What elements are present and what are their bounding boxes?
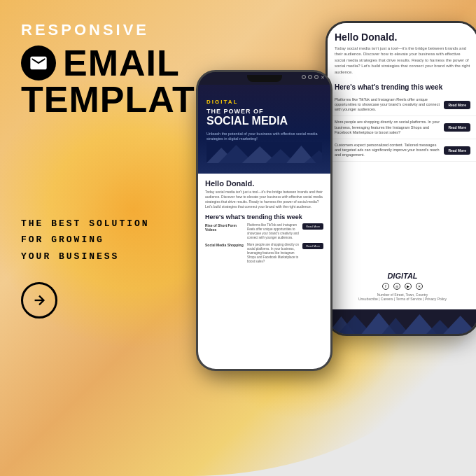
footer-social-icons: f ◎ ▶ ✕ [335,283,470,290]
close-icon: ✕ [321,75,325,80]
main-container: RESPONSIVE EMAIL TEMPLATES THE BEST SOLU… [0,0,476,476]
front-digital-label: DIGITAL [206,99,322,105]
trending-item-1-text: Platforms like TikTok and Instagram Reel… [335,97,440,112]
back-intro: Today social media isn't just a tool—it'… [335,46,470,75]
tagline-line3: YOUR BUSINESS [21,248,203,265]
cityscape-svg [328,309,476,334]
read-more-1[interactable]: Read More [444,101,470,109]
email-icon-row: EMAIL [21,45,203,81]
email-svg [29,53,48,73]
trending-item-2: More people are shopping directly on soc… [328,116,476,139]
arrow-icon [31,293,47,308]
phones-container: Hello Donald. Today social media isn't j… [189,14,476,462]
front-item-1-desc: Platforms like TikTok and Instagram Reel… [247,223,299,239]
phone-back-header: Hello Donald. Today social media isn't j… [328,23,476,79]
phone-front-screen: ✕ DIGITAL THE POWER OF SOCIAL MEDIA Unle… [198,72,330,369]
templates-title: TEMPLATES [21,81,203,118]
front-social-media: SOCIAL MEDIA [206,115,322,127]
phone-top-icons: ✕ [302,75,325,80]
front-item-2-desc: More people are shopping directly on soc… [247,243,299,263]
trending-item-3-text: Customers expect personalized content. T… [335,143,440,158]
front-trending-title: Here's what's trending this week [205,214,323,220]
phone-front: ✕ DIGITAL THE POWER OF SOCIAL MEDIA Unle… [196,70,332,371]
responsive-label: RESPONSIVE [21,21,203,39]
phone-front-hero: DIGITAL THE POWER OF SOCIAL MEDIA Unleas… [198,85,330,174]
front-mountains-svg [206,142,322,163]
front-intro: Today social media isn't just a tool—it'… [205,190,323,209]
front-read-more-1[interactable]: Read More [302,223,323,230]
trending-item-3: Customers expect personalized content. T… [328,139,476,162]
front-mountains [206,142,322,163]
facebook-icon: f [382,283,389,290]
instagram-icon: ◎ [393,283,400,290]
front-item-1: Rise of Short Form Videos Platforms like… [205,223,323,239]
back-footer-cityscape [328,309,476,334]
read-more-3[interactable]: Read More [444,146,470,155]
phone-notch [247,75,282,82]
phone-back-screen: Hello Donald. Today social media isn't j… [328,23,476,334]
battery-icon [314,75,318,79]
front-power-of: THE POWER OF [206,108,322,115]
front-item-1-label: Rise of Short Form Videos [205,223,244,232]
tagline-line1: THE BEST SOLUTION [21,216,203,232]
front-subtitle: Unleash the potential of your business w… [206,132,322,142]
signal-icon [302,75,306,79]
phone-back-footer: DIGITAL f ◎ ▶ ✕ Number of Street, Town, … [328,266,476,307]
back-hello: Hello Donald. [335,31,470,43]
front-item-2: Social Media Shopping More people are sh… [205,243,323,263]
front-hello: Hello Donald. [205,179,323,188]
trending-item-2-text: More people are shopping directly on soc… [335,120,440,134]
tagline-line2: FOR GROWING [21,232,203,248]
phone-front-notch-area: ✕ [198,72,330,85]
back-footer-links: Unsubscribe | Careers | Terms of Service… [335,297,470,301]
phone-front-body: Hello Donald. Today social media isn't j… [198,174,330,369]
email-title: EMAIL [63,45,180,81]
back-footer-brand: DIGITAL [335,272,470,280]
wifi-icon [308,75,312,79]
youtube-icon: ▶ [405,283,412,290]
trending-item-1: Platforms like TikTok and Instagram Reel… [328,94,476,116]
email-icon [21,46,56,80]
front-item-2-label: Social Media Shopping [205,243,244,248]
phone-back: Hello Donald. Today social media isn't j… [326,21,476,336]
read-more-2[interactable]: Read More [444,123,470,132]
front-read-more-2[interactable]: Read More [302,243,323,249]
arrow-button[interactable] [21,282,57,318]
back-trending-title: Here's what's trending this week [328,79,476,94]
twitter-x-icon: ✕ [416,283,423,290]
tagline: THE BEST SOLUTION FOR GROWING YOUR BUSIN… [21,216,203,265]
